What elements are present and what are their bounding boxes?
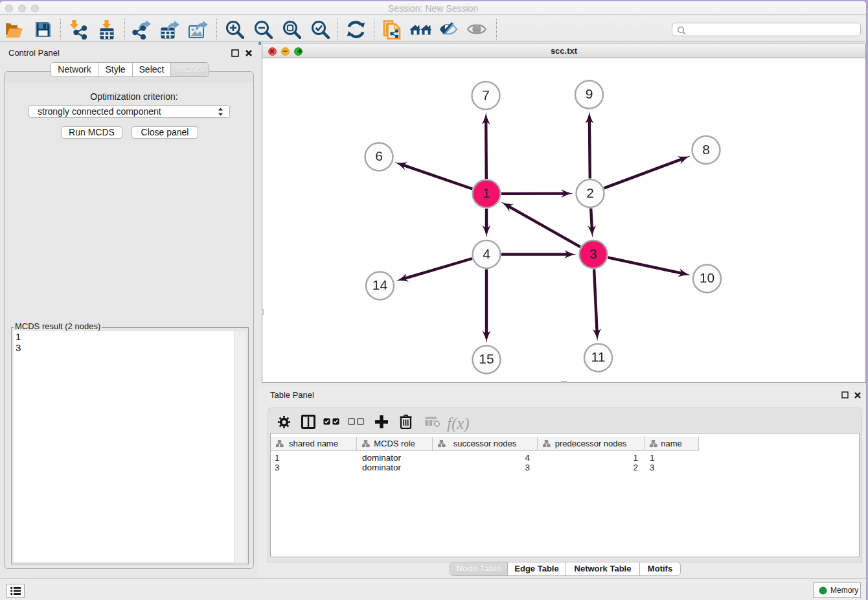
svg-text:10: 10 [700,270,714,285]
svg-text:6: 6 [375,148,383,163]
svg-text:8: 8 [702,142,710,157]
svg-text:4: 4 [483,246,490,261]
svg-text:2: 2 [586,185,594,200]
svg-text:15: 15 [479,351,494,366]
svg-text:7: 7 [482,87,490,102]
svg-text:3: 3 [589,246,597,261]
svg-text:14: 14 [372,277,388,292]
svg-text:11: 11 [591,349,606,364]
svg-text:1: 1 [483,185,490,200]
svg-text:9: 9 [586,86,593,101]
